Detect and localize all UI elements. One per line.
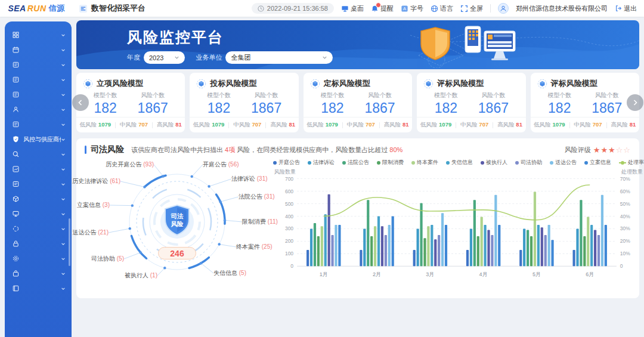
logo-text-cn: 信源	[49, 3, 65, 14]
model-card-title: 评标风险模型	[551, 78, 597, 89]
year-label: 年度	[127, 53, 140, 62]
legend-item[interactable]: 终本案件	[411, 159, 438, 166]
sidebar-item-15[interactable]	[5, 236, 72, 251]
sidebar-item-9[interactable]	[5, 147, 72, 162]
briefcase-icon	[12, 180, 20, 188]
risk-platform-banner: 风险监控平台 年度 2023 业务单位 全集团	[76, 20, 639, 69]
model-cube-icon	[423, 79, 434, 89]
sidebar-item-1[interactable]	[5, 27, 72, 42]
banner-illustration	[413, 23, 526, 68]
low-risk-stat: 低风险 1079	[80, 121, 111, 129]
svg-text:70%: 70%	[620, 175, 630, 181]
main-content: 风险监控平台 年度 2023 业务单位 全集团	[76, 20, 639, 298]
risk-count-label: 风险个数	[251, 91, 281, 100]
legend-item[interactable]: 法律诉讼	[308, 159, 335, 166]
language-button[interactable]: 语言	[431, 4, 453, 13]
sidebar-item-7[interactable]	[5, 117, 72, 132]
font-size-button[interactable]: A 字号	[401, 4, 423, 13]
user-stamp-icon	[12, 106, 20, 113]
mid-risk-stat: 中风险 707	[347, 121, 375, 129]
user-icon	[500, 5, 507, 12]
chevron-down-icon	[61, 78, 66, 82]
carousel-next-button[interactable]	[627, 94, 643, 111]
legend-dot	[515, 161, 519, 165]
svg-text:4月: 4月	[479, 271, 488, 277]
judicial-radial-diagram: 司法 风险 246 历史开庭公告 (93)开庭公告 (56)法律诉讼 (31)法…	[85, 157, 270, 293]
sidebar-item-4[interactable]	[5, 72, 72, 87]
sidebar-item-18[interactable]	[5, 281, 72, 296]
legend-dot	[308, 161, 311, 165]
sidebar-item-2[interactable]	[5, 42, 72, 57]
risk-model-card[interactable]: 投标风险模型 模型个数 182 风险个数 1867 低风险 1079 中风险 7…	[190, 73, 298, 132]
svg-text:300: 300	[285, 225, 293, 231]
sidebar-item-16[interactable]	[5, 251, 72, 266]
sidebar-item-10[interactable]	[5, 162, 72, 177]
legend-item[interactable]: 限制消费	[377, 159, 404, 166]
risk-model-card[interactable]: 立项风险模型 模型个数 182 风险个数 1867 低风险 1079 中风险 7…	[76, 73, 185, 132]
model-card-title: 投标风险模型	[210, 78, 256, 89]
gear-icon	[12, 255, 20, 262]
sidebar-item-5[interactable]	[5, 87, 72, 102]
notifications-button[interactable]: 提醒	[371, 4, 394, 13]
sidebar-item-17[interactable]	[5, 266, 72, 281]
sidebar-item-3[interactable]	[5, 57, 72, 72]
calendar-icon	[12, 46, 20, 54]
judicial-total-count: 246	[158, 247, 196, 259]
model-count-value: 182	[547, 100, 571, 116]
banner-filters: 年度 2023 业务单位 全集团	[127, 51, 333, 64]
sidebar-item-6[interactable]	[5, 102, 72, 117]
logout-icon	[615, 5, 622, 12]
high-risk-stat: 高风险 81	[157, 121, 182, 129]
desktop-button[interactable]: 桌面	[341, 4, 364, 13]
chevron-down-icon	[61, 107, 66, 112]
svg-text:风险数量: 风险数量	[274, 169, 296, 175]
carousel-prev-button[interactable]	[72, 94, 89, 111]
legend-dot	[584, 161, 588, 165]
arrow-right-icon	[631, 99, 639, 106]
sidebar-scrollbar[interactable]	[69, 218, 70, 266]
svg-text:500: 500	[285, 200, 293, 206]
collapse-menu-icon[interactable]	[79, 4, 88, 13]
chevron-down-icon	[61, 92, 66, 97]
legend-item[interactable]: 立案信息	[584, 159, 611, 166]
chevron-down-icon	[61, 271, 66, 276]
model-count: 模型个数 182	[207, 91, 231, 116]
sidebar-item-risk-supplier-credit[interactable]: 风控与供应商信用	[5, 132, 72, 147]
legend-item[interactable]: 法院公告	[342, 159, 369, 166]
sidebar-item-12[interactable]	[5, 191, 72, 206]
judicial-risk-panel: 司法风险 该供应商在司法风险中共扫描出 4项 风险，在同类经营规模供应商中，风险…	[76, 138, 639, 298]
business-unit-value: 全集团	[231, 53, 250, 62]
header-divider	[490, 4, 491, 13]
arrow-left-icon	[77, 99, 84, 106]
risk-model-card[interactable]: 评标风险模型 模型个数 182 风险个数 1867 低风险 1079 中风险 7…	[531, 73, 639, 132]
sidebar-item-13[interactable]	[5, 206, 72, 221]
chevron-down-icon	[61, 227, 66, 231]
rating-stars[interactable]: ★★★☆☆	[593, 146, 631, 154]
year-filter: 年度 2023	[127, 51, 185, 64]
desktop-icon	[341, 5, 349, 13]
risk-count-value: 1867	[251, 100, 281, 116]
legend-item-line[interactable]: 处理率	[619, 159, 644, 166]
chevron-down-icon	[61, 182, 66, 187]
svg-text:200: 200	[285, 238, 293, 244]
sidebar-item-14[interactable]	[5, 221, 72, 236]
legend-item[interactable]: 被执行人	[481, 159, 507, 166]
sidebar-item-11[interactable]	[5, 177, 72, 191]
legend-item[interactable]: 送达公告	[550, 159, 577, 166]
fullscreen-icon	[460, 5, 468, 13]
risk-count: 风险个数 1867	[592, 91, 622, 116]
risk-model-card[interactable]: 评标风险模型 模型个数 182 风险个数 1867 低风险 1079 中风险 7…	[417, 73, 525, 132]
star-icon: ★	[593, 146, 601, 154]
avatar[interactable]	[498, 3, 509, 14]
fullscreen-button[interactable]: 全屏	[460, 4, 483, 13]
year-select[interactable]: 2023	[144, 51, 185, 64]
legend-item[interactable]: 开庭公告	[273, 159, 300, 166]
legend-item[interactable]: 司法协助	[515, 159, 542, 166]
svg-text:风险: 风险	[171, 220, 184, 227]
chevron-down-icon	[61, 152, 66, 157]
datetime-text: 2022-09-21 15:36:58	[267, 5, 328, 12]
logout-button[interactable]: 退出	[615, 4, 637, 13]
business-unit-select[interactable]: 全集团	[225, 51, 333, 64]
legend-item[interactable]: 失信信息	[446, 159, 473, 166]
risk-model-card[interactable]: 定标风险模型 模型个数 182 风险个数 1867 低风险 1079 中风险 7…	[304, 73, 412, 132]
